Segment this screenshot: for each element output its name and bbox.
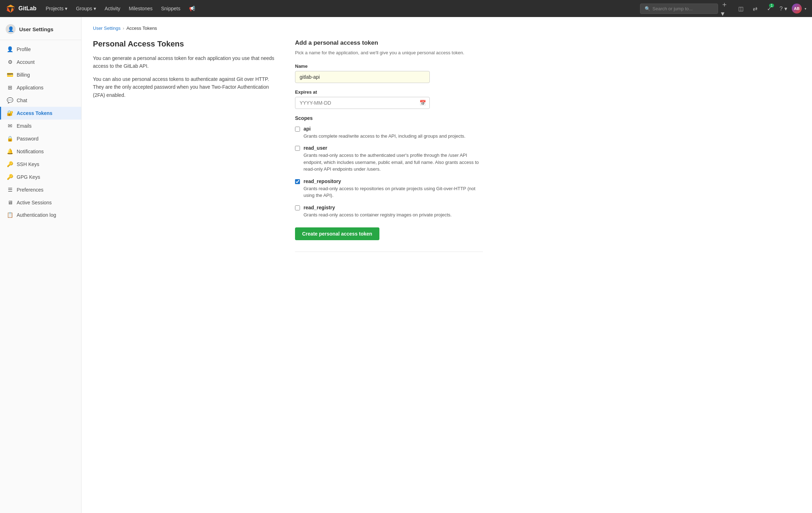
chat-icon: 💬 xyxy=(7,97,13,104)
add-button[interactable]: ＋ ▾ xyxy=(721,3,732,14)
sidebar-header: 👤 User Settings xyxy=(0,24,81,40)
layout-icon-btn[interactable]: ◫ xyxy=(735,3,746,14)
form-subtitle: Pick a name for the application, and we'… xyxy=(295,49,483,56)
sidebar-item-notifications[interactable]: 🔔 Notifications xyxy=(0,145,81,158)
scope-read-registry-checkbox[interactable] xyxy=(295,205,300,210)
topnav-right: 🔍 Search or jump to... ＋ ▾ ◫ ⇄ ✓ 1 ? ▾ A… xyxy=(640,3,806,14)
help-icon-btn[interactable]: ? ▾ xyxy=(778,3,789,14)
notifications-icon: 🔔 xyxy=(7,148,13,155)
auth-log-icon: 📋 xyxy=(7,212,13,218)
sidebar-item-label: Notifications xyxy=(17,149,44,154)
sidebar: 👤 User Settings 👤 Profile ⚙ Account 💳 Bi… xyxy=(0,17,82,513)
page-desc-2: You can also use personal access tokens … xyxy=(93,75,281,99)
sidebar-title: User Settings xyxy=(19,26,54,32)
account-icon: ⚙ xyxy=(7,59,13,65)
sidebar-item-applications[interactable]: ⊞ Applications xyxy=(0,81,81,94)
scope-api-checkbox[interactable] xyxy=(295,127,300,132)
sidebar-item-auth-log[interactable]: 📋 Authentication log xyxy=(0,209,81,221)
todo-icon-btn[interactable]: ✓ 1 xyxy=(763,3,775,14)
sidebar-item-label: Billing xyxy=(17,72,30,78)
sidebar-user-icon: 👤 xyxy=(6,24,16,34)
sidebar-item-label: Chat xyxy=(17,98,27,103)
breadcrumb-current: Access Tokens xyxy=(126,26,157,31)
breadcrumb-separator: › xyxy=(123,26,124,31)
page-desc-1: You can generate a personal access token… xyxy=(93,54,281,70)
sidebar-item-billing[interactable]: 💳 Billing xyxy=(0,68,81,81)
active-sessions-icon: 🖥 xyxy=(7,199,13,205)
scope-read-user: read_user Grants read-only access to the… xyxy=(295,145,483,173)
profile-icon: 👤 xyxy=(7,46,13,53)
sidebar-item-gpg-keys[interactable]: 🔑 GPG Keys xyxy=(0,171,81,183)
create-token-button[interactable]: Create personal access token xyxy=(295,227,379,240)
sidebar-item-label: Password xyxy=(17,136,38,142)
search-box[interactable]: 🔍 Search or jump to... xyxy=(640,4,718,14)
name-field-group: Name xyxy=(295,64,483,83)
sidebar-item-access-tokens[interactable]: 🔐 Access Tokens xyxy=(0,107,81,120)
sidebar-item-preferences[interactable]: ☰ Preferences xyxy=(0,183,81,196)
nav-activity[interactable]: Activity xyxy=(101,4,124,13)
ssh-icon: 🔑 xyxy=(7,161,13,167)
expires-label: Expires at xyxy=(295,89,483,95)
preferences-icon: ☰ xyxy=(7,187,13,193)
scope-read-registry-content: read_registry Grants read-only access to… xyxy=(304,205,452,219)
nav-groups[interactable]: Groups ▾ xyxy=(72,4,100,13)
access-tokens-icon: 🔐 xyxy=(7,110,13,116)
sidebar-item-chat[interactable]: 💬 Chat xyxy=(0,94,81,107)
topnav-links: Projects ▾ Groups ▾ Activity Milestones … xyxy=(42,4,199,13)
top-navigation: GitLab Projects ▾ Groups ▾ Activity Mile… xyxy=(0,0,812,17)
page-grid: Personal Access Tokens You can generate … xyxy=(93,39,483,252)
sidebar-item-account[interactable]: ⚙ Account xyxy=(0,56,81,68)
sidebar-item-label: Emails xyxy=(17,123,32,129)
sidebar-item-ssh-keys[interactable]: 🔑 SSH Keys xyxy=(0,158,81,171)
nav-snippets[interactable]: Snippets xyxy=(157,4,184,13)
sidebar-item-label: Authentication log xyxy=(17,212,56,218)
search-icon: 🔍 xyxy=(645,6,650,11)
page-title: Personal Access Tokens xyxy=(93,39,281,49)
sidebar-item-label: GPG Keys xyxy=(17,174,40,180)
sidebar-item-profile[interactable]: 👤 Profile xyxy=(0,43,81,56)
scope-read-user-checkbox[interactable] xyxy=(295,146,300,151)
nav-projects[interactable]: Projects ▾ xyxy=(42,4,71,13)
scope-read-repository-name: read_repository xyxy=(304,178,483,184)
avatar-dropdown-arrow[interactable]: ▾ xyxy=(805,7,806,11)
scope-read-repository-checkbox[interactable] xyxy=(295,179,300,184)
scope-read-repository-desc: Grants read-only access to repositories … xyxy=(304,186,475,198)
gpg-icon: 🔑 xyxy=(7,174,13,180)
sidebar-item-label: Profile xyxy=(17,46,31,52)
nav-milestones[interactable]: Milestones xyxy=(125,4,156,13)
expires-input[interactable] xyxy=(295,97,430,109)
name-input[interactable] xyxy=(295,71,430,83)
scope-read-user-content: read_user Grants read-only access to the… xyxy=(304,145,483,173)
expires-input-wrap: 📅 xyxy=(295,97,430,109)
token-form-section: Add a personal access token Pick a name … xyxy=(295,39,483,252)
form-section-title: Add a personal access token xyxy=(295,39,483,46)
scope-api-desc: Grants complete read/write access to the… xyxy=(304,133,466,139)
expires-field-group: Expires at 📅 xyxy=(295,89,483,109)
scope-read-repository-content: read_repository Grants read-only access … xyxy=(304,178,483,199)
scope-read-user-name: read_user xyxy=(304,145,483,151)
scope-api-content: api Grants complete read/write access to… xyxy=(304,126,466,140)
sidebar-item-emails[interactable]: ✉ Emails xyxy=(0,120,81,132)
merge-request-icon-btn[interactable]: ⇄ xyxy=(749,3,761,14)
billing-icon: 💳 xyxy=(7,72,13,78)
nav-broadcast[interactable]: 📢 xyxy=(185,4,199,13)
sidebar-item-label: Applications xyxy=(17,85,44,90)
scope-read-registry-desc: Grants read-only access to container reg… xyxy=(304,212,452,217)
gitlab-logo[interactable]: GitLab xyxy=(6,4,37,13)
sidebar-item-label: Access Tokens xyxy=(17,110,52,116)
sidebar-item-label: Account xyxy=(17,59,35,65)
scope-read-repository: read_repository Grants read-only access … xyxy=(295,178,483,199)
name-label: Name xyxy=(295,64,483,69)
form-divider xyxy=(295,252,483,252)
breadcrumb-parent[interactable]: User Settings xyxy=(93,26,121,31)
sidebar-item-active-sessions[interactable]: 🖥 Active Sessions xyxy=(0,196,81,209)
calendar-icon: 📅 xyxy=(419,100,426,106)
password-icon: 🔒 xyxy=(7,136,13,142)
sidebar-item-label: SSH Keys xyxy=(17,161,39,167)
sidebar-item-label: Preferences xyxy=(17,187,43,193)
user-avatar[interactable]: AB xyxy=(792,4,802,13)
gitlab-logo-icon xyxy=(6,4,16,13)
page-wrap: 👤 User Settings 👤 Profile ⚙ Account 💳 Bi… xyxy=(0,17,812,513)
scope-read-user-desc: Grants read-only access to the authentic… xyxy=(304,153,479,172)
sidebar-item-password[interactable]: 🔒 Password xyxy=(0,132,81,145)
